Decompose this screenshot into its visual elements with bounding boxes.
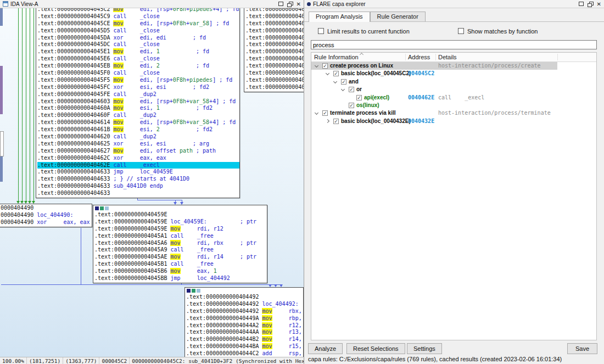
disasm-line: .text:00000000004045A1 call _free — [94, 233, 267, 240]
disasm-line: .text:00000000004044B2 mov r14, — [186, 336, 303, 343]
tree-row[interactable]: ✓and — [311, 78, 596, 86]
disasm-line: .text:0000000000404633 jmp loc_40459E — [37, 169, 239, 176]
chevron-down-icon[interactable] — [326, 71, 329, 75]
row-checkbox-checked[interactable]: ✓ — [349, 87, 354, 92]
row-checkbox-checked[interactable]: ✓ — [333, 119, 339, 124]
disasm-line: .text:00000000004045E6 call _close — [37, 55, 239, 63]
maximize-icon[interactable] — [278, 2, 283, 6]
sort-ascending-icon[interactable] — [360, 53, 363, 57]
capa-titlebar: FLARE capa explorer ✕ — [304, 0, 604, 8]
disasm-line: .text:0000000000404620 call _dup2 — [37, 133, 239, 141]
show-matches-checkbox[interactable] — [458, 28, 464, 34]
search-input[interactable] — [311, 40, 597, 49]
disasm-line: .text:000000000040 — [245, 84, 304, 91]
row-checkbox-checked[interactable]: ✓ — [333, 71, 339, 76]
column-address[interactable]: Address — [408, 54, 430, 60]
chevron-down-icon[interactable] — [341, 87, 345, 91]
rule-address[interactable]: 0040462E — [408, 94, 434, 100]
float-window-icon[interactable] — [287, 2, 293, 7]
maximize-icon[interactable] — [579, 2, 584, 6]
reset-selections-button[interactable]: Reset Selections — [346, 343, 405, 354]
control-flow-edge — [33, 8, 34, 201]
disasm-line: .text:00000000004045F0 call _close — [37, 70, 239, 77]
disasm-line: .text:00000000004044BA mov r15, — [186, 343, 303, 350]
tab-program-analysis[interactable]: Program Analysis — [309, 12, 370, 22]
control-flow-edge — [30, 8, 30, 201]
capa-tabs: Program Analysis Rule Generator — [309, 12, 426, 21]
disasm-line: .text:000000000040 — [245, 8, 304, 13]
status-segment: 000045C2 — [99, 357, 130, 364]
disasm-line: .text:000000000040462C xor eax, eax — [37, 155, 239, 162]
disasm-line: 0000404490 loc_404490: — [1, 212, 92, 219]
disasm-line: .text:0000000000404492 loc_404492: — [186, 301, 303, 308]
disasm-line: .text:0000000000404633 — [37, 190, 239, 197]
control-flow-edge — [26, 8, 26, 201]
screen: IDA View-A ✕ — [0, 0, 604, 364]
disasm-line: .text:00000000004045C9 call _close — [37, 13, 239, 20]
analyze-button[interactable]: Analyze — [308, 343, 343, 354]
rule-address[interactable]: 0040432E — [408, 118, 434, 124]
disasm-line: .text:00000000004044A2 mov r12, — [186, 322, 303, 329]
ida-window-buttons: ✕ — [278, 2, 301, 7]
disasm-line: .text:0000000000404627 mov edi, offset p… — [37, 148, 239, 155]
rule-label: os(linux) — [356, 102, 379, 108]
disasm-line: .text:000000000040459E mov rdi, r12 — [94, 226, 267, 233]
row-checkbox-checked[interactable]: ✓ — [322, 110, 328, 116]
disasm-line: .text:000000000040459E loc_40459E: ; ptr — [94, 219, 267, 226]
ida-view-icon — [3, 1, 8, 7]
tree-row[interactable]: ✓basic block(loc_0040432E)0040432E — [311, 117, 596, 125]
rule-address[interactable]: 004045C2 — [408, 70, 434, 76]
tree-row[interactable]: ✓or — [311, 86, 596, 93]
float-window-icon[interactable] — [588, 2, 593, 7]
save-button[interactable]: Save — [567, 343, 597, 354]
limit-results-checkbox[interactable] — [318, 28, 324, 34]
column-rule-information[interactable]: Rule Information — [314, 54, 359, 60]
disasm-line: .text:00000000004045FE call _dup2 — [37, 91, 239, 98]
column-details[interactable]: Details — [438, 54, 457, 60]
control-flow-edge — [1, 284, 282, 285]
rule-details: host-interaction/process/terminate — [438, 110, 551, 116]
disasm-line: .text:000000000040460F call _dup2 — [37, 112, 239, 119]
disasm-line: .text:00000000004045BB jmp loc_404492 — [94, 275, 267, 282]
graph-view[interactable]: .text:00000000004045C2 mov edi, [rsp+0F8… — [0, 8, 304, 357]
capa-explorer-panel: FLARE capa explorer ✕ Program Analysis R… — [304, 0, 604, 364]
settings-button[interactable]: Settings — [407, 343, 442, 354]
rule-label: terminate process via kill — [330, 110, 396, 116]
disasm-line: .text:00000000004045C2 mov edi, [rsp+0F8… — [37, 8, 239, 13]
control-flow-edge — [22, 8, 23, 201]
disasm-line: .text:00000000004044C2 add rsp, — [186, 350, 303, 357]
disasm-line: .text:000000000040 — [245, 20, 304, 27]
disasm-line: .text:00000000004045EB mov edi, 2 ; fd — [37, 63, 239, 70]
disasm-line: .text:00000000004045B6 mov eax, 1 — [94, 268, 267, 275]
close-icon[interactable]: ✕ — [297, 2, 301, 7]
chevron-down-icon[interactable] — [315, 111, 318, 115]
tree-row[interactable]: ✓os(linux) — [311, 102, 596, 109]
row-checkbox-checked[interactable]: ✓ — [322, 63, 328, 69]
tree-row[interactable]: ✓api(execl)0040462Ecall _execl — [311, 94, 596, 102]
tree-row[interactable]: ✓create process on Linuxhost-interaction… — [311, 62, 596, 70]
disasm-line: .text:0000000000404492 mov rbx, — [186, 308, 303, 315]
disasm-line: .text:00000000004045E1 mov edi, 1 ; fd — [37, 48, 239, 55]
basic-block-404490[interactable]: 00004044900000404490 loc_404490:00004044… — [0, 204, 92, 227]
tree-row[interactable]: ✓terminate process via killhost-interact… — [311, 109, 596, 117]
tab-rule-generator[interactable]: Rule Generator — [370, 12, 426, 21]
row-checkbox-checked[interactable]: ✓ — [341, 79, 346, 85]
basic-block-404492[interactable]: .text:0000000000404492.text:000000000040… — [184, 287, 304, 357]
disasm-line: .text:000000000040 — [245, 70, 304, 77]
row-checkbox-checked[interactable]: ✓ — [356, 95, 362, 100]
disasm-line: .text:000000000040 — [245, 27, 304, 35]
basic-block-right-clipped[interactable]: .text:000000000040.text:000000000040.tex… — [244, 8, 304, 92]
disasm-line: .text:0000000000404625 xor esi, esi ; ar… — [37, 141, 239, 148]
row-checkbox-checked[interactable]: ✓ — [349, 103, 354, 108]
disasm-line: .text:00000000004045B1 call _free — [94, 261, 267, 268]
basic-block-40459E[interactable]: .text:000000000040459E.text:000000000040… — [93, 205, 267, 283]
disasm-line: .text:000000000040459E — [94, 211, 267, 219]
disasm-line: .text:00000000004045FC xor esi, esi ; fd… — [37, 84, 239, 91]
chevron-down-icon[interactable] — [333, 80, 337, 83]
close-icon[interactable]: ✕ — [597, 2, 601, 7]
rule-label: and — [349, 79, 359, 85]
disasm-line: .text:00000000004045CE mov edi, [rsp+0F8… — [37, 20, 239, 27]
basic-block-4045C2[interactable]: .text:00000000004045C2 mov edi, [rsp+0F8… — [36, 8, 240, 198]
tree-row[interactable]: ✓basic block(loc_004045C2)004045C2 — [311, 70, 596, 77]
chevron-right-icon[interactable] — [326, 119, 329, 123]
